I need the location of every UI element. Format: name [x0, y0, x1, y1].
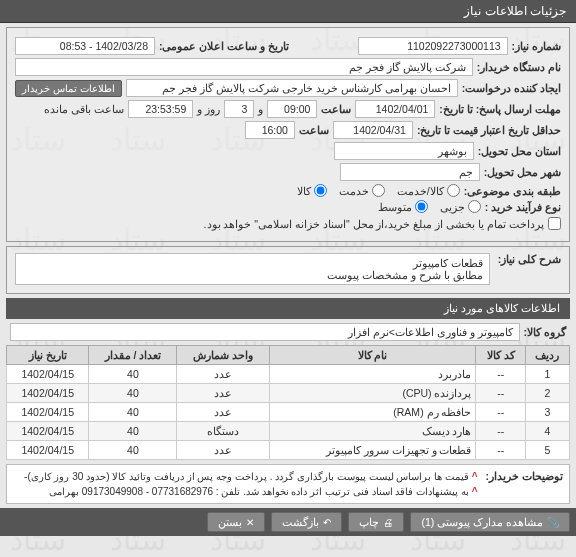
radio-goods[interactable]: کالا [297, 184, 327, 197]
table-cell: 5 [525, 441, 569, 460]
valid-date-field: 1402/04/31 [333, 121, 413, 139]
req-num-field: 1102092273000113 [358, 37, 508, 55]
table-cell: -- [476, 441, 525, 460]
table-cell: عدد [177, 441, 269, 460]
close-button[interactable]: ✕بستن [207, 512, 265, 532]
table-cell: حافظه رم (RAM) [269, 403, 476, 422]
items-header: اطلاعات کالاهای مورد نیاز [6, 298, 570, 319]
print-button[interactable]: 🖨چاپ [348, 512, 404, 532]
proc-type-label: نوع فرآیند خرید : [485, 201, 561, 213]
table-row: 5--قطعات و تجهیزات سرور کامپیوترعدد40140… [7, 441, 570, 460]
items-table: ردیفکد کالانام کالاواحد شمارشتعداد / مقد… [6, 345, 570, 460]
time-label-2: ساعت [299, 124, 329, 136]
time-left-field: 23:53:59 [128, 100, 193, 118]
buyer-desc-box: توضیحات خریدار: ^ قیمت ها براساس لیست پی… [6, 464, 570, 504]
creator-field: احسان بهرامی کارشناس خرید خارجی شرکت پال… [126, 79, 458, 97]
table-cell: -- [476, 422, 525, 441]
table-cell: 40 [89, 403, 177, 422]
city-field: جم [340, 163, 480, 181]
table-header: کد کالا [476, 346, 525, 365]
request-info-section: شماره نیاز: 1102092273000113 تاریخ و ساع… [6, 27, 570, 242]
table-cell: 1402/04/15 [7, 384, 89, 403]
table-cell: 40 [89, 384, 177, 403]
table-cell: هارد دیسک [269, 422, 476, 441]
table-cell: مادربرد [269, 365, 476, 384]
contact-buyer-button[interactable]: اطلاعات تماس خریدار [15, 80, 122, 97]
req-num-label: شماره نیاز: [512, 40, 561, 52]
time-left-label: ساعت باقی مانده [44, 103, 124, 116]
print-icon: 🖨 [383, 517, 393, 528]
radio-goods-service[interactable]: کالا/خدمت [397, 184, 460, 197]
table-cell: دستگاه [177, 422, 269, 441]
radio-service[interactable]: خدمت [339, 184, 385, 197]
table-cell: 1402/04/15 [7, 422, 89, 441]
group-label: گروه کالا: [524, 326, 566, 338]
table-header: ردیف [525, 346, 569, 365]
city-label: شهر محل تحویل: [484, 166, 561, 178]
table-cell: عدد [177, 365, 269, 384]
table-cell: 40 [89, 365, 177, 384]
deadline-time-field: 09:00 [267, 100, 317, 118]
radio-medium[interactable]: متوسط [378, 200, 428, 213]
subject-cat-radios: کالا/خدمت خدمت کالا [297, 184, 460, 197]
province-field: بوشهر [334, 142, 474, 160]
table-cell: 1 [525, 365, 569, 384]
table-row: 2--پردازنده (CPU)عدد401402/04/15 [7, 384, 570, 403]
table-row: 3--حافظه رم (RAM)عدد401402/04/15 [7, 403, 570, 422]
table-cell: -- [476, 403, 525, 422]
creator-label: ایجاد کننده درخواست: [462, 82, 561, 94]
table-row: 1--مادربردعدد401402/04/15 [7, 365, 570, 384]
radio-small[interactable]: جزیی [440, 200, 481, 213]
partial-pay-label: پرداخت تمام یا بخشی از مبلغ خرید،از محل … [204, 218, 544, 230]
table-cell: 40 [89, 422, 177, 441]
group-field: کامپیوتر و فناوری اطلاعات>نرم افزار [10, 323, 520, 341]
days-left-label: روز و [197, 103, 220, 116]
table-cell: قطعات و تجهیزات سرور کامپیوتر [269, 441, 476, 460]
desc-text: قطعات کامپیوتر مطابق با شرح و مشخصات پیو… [15, 253, 490, 285]
close-icon: ✕ [246, 517, 254, 528]
table-header: نام کالا [269, 346, 476, 365]
table-header: تاریخ نیاز [7, 346, 89, 365]
attachments-button[interactable]: 📎مشاهده مدارک پیوستی (1) [410, 512, 570, 532]
bullet-icon: ^ [472, 471, 478, 482]
valid-time-field: 16:00 [245, 121, 295, 139]
days-left-field: 3 [224, 100, 254, 118]
table-header: واحد شمارش [177, 346, 269, 365]
table-row: 4--هارد دیسکدستگاه401402/04/15 [7, 422, 570, 441]
desc-section: شرح کلی نیاز: قطعات کامپیوتر مطابق با شر… [6, 246, 570, 294]
ann-date-field: 1402/03/28 - 08:53 [15, 37, 155, 55]
table-cell: 3 [525, 403, 569, 422]
and-label: و [258, 103, 263, 116]
table-cell: 40 [89, 441, 177, 460]
table-header: تعداد / مقدار [89, 346, 177, 365]
buyer-org-field: شرکت پالایش گاز فجر جم [15, 58, 473, 76]
table-cell: 1402/04/15 [7, 441, 89, 460]
table-cell: 1402/04/15 [7, 403, 89, 422]
desc-title: شرح کلی نیاز: [498, 253, 561, 265]
back-button[interactable]: ↶بازگشت [271, 512, 342, 532]
table-cell: عدد [177, 384, 269, 403]
partial-pay-check[interactable]: پرداخت تمام یا بخشی از مبلغ خرید،از محل … [204, 217, 561, 230]
time-label-1: ساعت [321, 103, 351, 115]
table-cell: 4 [525, 422, 569, 441]
proc-type-radios: جزیی متوسط [378, 200, 481, 213]
bottom-bar: 📎مشاهده مدارک پیوستی (1) 🖨چاپ ↶بازگشت ✕ب… [0, 508, 576, 536]
table-cell: -- [476, 384, 525, 403]
subject-cat-label: طبقه بندی موضوعی: [464, 185, 561, 197]
deadline-label: مهلت ارسال پاسخ: تا تاریخ: [439, 103, 561, 115]
title-bar: جزئیات اطلاعات نیاز [0, 0, 576, 23]
bullet-icon: ^ [472, 486, 478, 497]
table-cell: عدد [177, 403, 269, 422]
deadline-date-field: 1402/04/01 [355, 100, 435, 118]
table-cell: -- [476, 365, 525, 384]
ann-date-label: تاریخ و ساعت اعلان عمومی: [159, 40, 289, 52]
valid-label: حداقل تاریخ اعتبار قیمت تا تاریخ: [417, 124, 561, 136]
buyer-desc-label: توضیحات خریدار: [486, 469, 563, 499]
table-cell: پردازنده (CPU) [269, 384, 476, 403]
buyer-org-label: نام دستگاه خریدار: [477, 61, 561, 73]
attachment-icon: 📎 [547, 517, 559, 528]
table-cell: 1402/04/15 [7, 365, 89, 384]
province-label: استان محل تحویل: [478, 145, 561, 157]
table-cell: 2 [525, 384, 569, 403]
back-icon: ↶ [323, 517, 331, 528]
